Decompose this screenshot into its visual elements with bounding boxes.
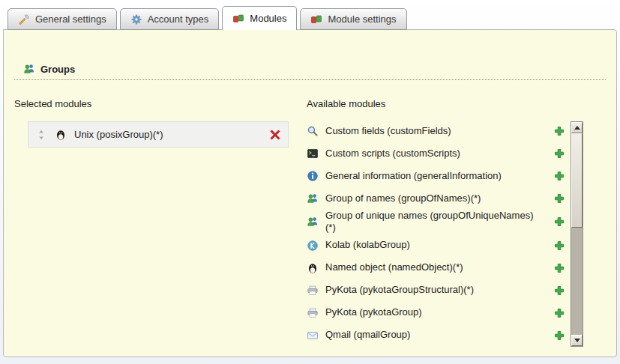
group-icon	[307, 192, 319, 204]
add-icon[interactable]	[553, 330, 565, 342]
available-modules-wrap: Custom fields (customFields)Custom scrip…	[307, 120, 583, 347]
selected-modules-list: Unix (posixGroup)(*)	[28, 121, 289, 148]
available-modules-heading: Available modules	[307, 98, 607, 109]
available-module-row: Qmail (qmailGroup)	[307, 324, 565, 347]
printer-icon	[307, 285, 319, 297]
tab-module-settings[interactable]: Module settings	[300, 8, 406, 30]
delete-icon[interactable]	[269, 129, 281, 141]
lam-configuration-page: General settingsAccount typesModulesModu…	[0, 0, 620, 364]
available-module-row: PyKota (pykotaGroup)	[307, 302, 565, 324]
tab-modules[interactable]: Modules	[222, 6, 297, 30]
add-icon[interactable]	[553, 307, 565, 319]
available-module-label: PyKota (pykotaGroup)	[325, 306, 422, 318]
tux-icon	[307, 262, 319, 274]
available-module-row: Named object (namedObject)(*)	[307, 257, 565, 279]
available-modules-column: Available modules Custom fields (customF…	[307, 98, 607, 347]
selected-module-row: Unix (posixGroup)(*)	[28, 121, 289, 148]
available-module-label: Named object (namedObject)(*)	[325, 261, 463, 273]
add-icon[interactable]	[553, 285, 565, 297]
modules-icon	[232, 13, 244, 25]
tab-bar: General settingsAccount typesModulesModu…	[7, 6, 613, 30]
add-icon[interactable]	[553, 125, 565, 137]
tux-icon	[55, 129, 67, 141]
available-module-row: Custom scripts (customScripts)	[307, 142, 565, 165]
available-module-row: Group of unique names (groupOfUniqueName…	[307, 210, 565, 234]
info-icon	[307, 170, 319, 182]
selected-modules-column: Selected modules Unix (posixGroup)(*)	[14, 98, 307, 347]
tab-general-settings[interactable]: General settings	[7, 8, 117, 30]
available-module-label: Group of unique names (groupOfUniqueName…	[325, 210, 540, 234]
available-modules-list: Custom fields (customFields)Custom scrip…	[307, 120, 565, 347]
available-module-row: Custom fields (customFields)	[307, 120, 565, 142]
tools-icon	[18, 13, 30, 25]
printer-icon	[307, 307, 319, 319]
scrollbar[interactable]	[571, 121, 583, 347]
scroll-up-icon	[574, 126, 580, 130]
available-module-label: General information (generalInformation)	[325, 170, 502, 182]
available-module-row: Kolab (kolabGroup)	[307, 234, 565, 257]
scrollbar-thumb[interactable]	[571, 133, 583, 228]
available-module-label: PyKota (pykotaGroupStructural)(*)	[325, 284, 474, 296]
module-settings-icon	[310, 13, 322, 25]
selected-module-label: Unix (posixGroup)(*)	[74, 129, 262, 140]
separator	[14, 79, 606, 80]
gear-icon	[130, 13, 142, 25]
scrollbar-up-button[interactable]	[571, 122, 583, 133]
selected-modules-heading: Selected modules	[14, 98, 307, 109]
add-icon[interactable]	[553, 148, 565, 160]
magnifier-icon	[307, 125, 319, 137]
available-module-row: PyKota (pykotaGroupStructural)(*)	[307, 279, 565, 302]
tab-account-types[interactable]: Account types	[120, 8, 220, 30]
add-icon[interactable]	[553, 192, 565, 204]
available-module-row: General information (generalInformation)	[307, 165, 565, 187]
available-module-label: Kolab (kolabGroup)	[325, 239, 410, 251]
tab-label: General settings	[35, 13, 106, 25]
available-module-label: Qmail (qmailGroup)	[325, 329, 410, 341]
available-module-label: Group of names (groupOfNames)(*)	[325, 192, 481, 204]
page-title: Groups	[40, 64, 75, 75]
add-icon[interactable]	[553, 216, 565, 228]
console-icon	[307, 148, 319, 160]
scrollbar-down-button[interactable]	[571, 335, 583, 346]
tab-label: Module settings	[328, 13, 396, 25]
content-panel: Groups Selected modules Unix (posixGroup…	[3, 29, 617, 357]
available-module-row: Group of names (groupOfNames)(*)	[307, 187, 565, 210]
available-module-label: Custom scripts (customScripts)	[325, 148, 460, 160]
drag-handle-icon[interactable]	[35, 129, 47, 141]
group-icon	[23, 63, 35, 75]
modules-columns: Selected modules Unix (posixGroup)(*) Av…	[14, 98, 607, 347]
mail-icon	[307, 330, 319, 342]
tab-label: Modules	[250, 13, 286, 24]
section-heading: Groups	[23, 63, 606, 75]
group-icon	[307, 216, 319, 228]
kolab-icon	[307, 240, 319, 252]
available-module-label: Custom fields (customFields)	[325, 125, 451, 137]
add-icon[interactable]	[553, 240, 565, 252]
tab-label: Account types	[148, 13, 209, 25]
add-icon[interactable]	[553, 170, 565, 182]
scrollbar-track[interactable]	[571, 133, 583, 335]
add-icon[interactable]	[553, 262, 565, 274]
scroll-down-icon	[574, 339, 580, 342]
